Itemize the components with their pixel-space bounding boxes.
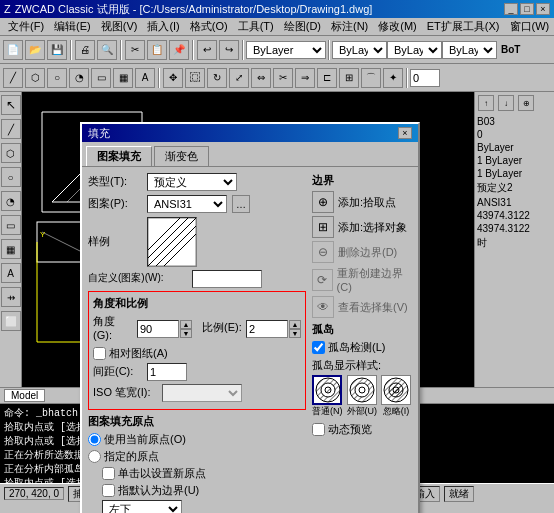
left-poly[interactable]: ⬡ (1, 143, 21, 163)
island-style-outer[interactable]: 外部(U) (347, 375, 378, 418)
use-current-radio[interactable] (88, 433, 101, 446)
island-style-ignore[interactable]: 忽略(I) (381, 375, 411, 418)
fillet-btn[interactable]: ⌒ (361, 68, 381, 88)
menu-et[interactable]: ET扩展工具(X) (423, 18, 504, 35)
menu-file[interactable]: 文件(F) (4, 18, 48, 35)
paste-btn[interactable]: 📌 (169, 40, 189, 60)
scale-input[interactable]: 2 (246, 320, 288, 338)
scale-btn[interactable]: ⤢ (229, 68, 249, 88)
app-title: ZWCAD Classic 试用版 - [C:/Users/Administra… (15, 2, 373, 17)
pattern-browse-btn[interactable]: … (232, 195, 250, 213)
specify-origin-radio[interactable] (88, 450, 101, 463)
left-arc[interactable]: ◔ (1, 191, 21, 211)
position-select[interactable]: 左下 (102, 500, 182, 513)
select-btn[interactable]: ↖ (1, 95, 21, 115)
copy-btn[interactable]: 📋 (147, 40, 167, 60)
recreate-btn-wrapper[interactable]: ⟳ 重新创建边界(C) (312, 266, 412, 293)
layer-combo[interactable]: ByLayer (246, 41, 326, 59)
iso-pen-select[interactable] (162, 384, 242, 402)
left-dim[interactable]: ⇸ (1, 287, 21, 307)
minimize-btn[interactable]: _ (504, 3, 518, 15)
left-rect[interactable]: ▭ (1, 215, 21, 235)
menu-edit[interactable]: 编辑(E) (50, 18, 95, 35)
type-select[interactable]: 预定义 (147, 173, 237, 191)
explode-btn[interactable]: ✦ (383, 68, 403, 88)
maximize-btn[interactable]: □ (520, 3, 534, 15)
left-text[interactable]: A (1, 263, 21, 283)
relative-paper-check[interactable] (93, 347, 106, 360)
open-btn[interactable]: 📂 (25, 40, 45, 60)
menu-insert[interactable]: 插入(I) (143, 18, 183, 35)
menu-window[interactable]: 窗口(W) (506, 18, 554, 35)
add-select-btn-wrapper[interactable]: ⊞ 添加:选择对象 (312, 216, 412, 238)
island-style-normal[interactable]: 普通(N) (312, 375, 343, 418)
preview-btn[interactable]: 🔍 (97, 40, 117, 60)
scale-up[interactable]: ▲ (289, 320, 301, 329)
app-icon: Z (4, 3, 11, 15)
save-btn[interactable]: 💾 (47, 40, 67, 60)
arc-btn[interactable]: ◔ (69, 68, 89, 88)
polyline-btn[interactable]: ⬡ (25, 68, 45, 88)
rp-btn3[interactable]: ⊕ (518, 95, 534, 111)
rect-btn[interactable]: ▭ (91, 68, 111, 88)
text-btn[interactable]: A (135, 68, 155, 88)
menu-modify[interactable]: 修改(M) (374, 18, 421, 35)
line-btn[interactable]: ╱ (3, 68, 23, 88)
tab-gradient[interactable]: 渐变色 (154, 146, 209, 166)
rp-row-bylayer3: 1 ByLayer (477, 168, 552, 179)
menu-format[interactable]: 格式(O) (186, 18, 232, 35)
add-pick-btn-wrapper[interactable]: ⊕ 添加:拾取点 (312, 191, 412, 213)
redo-btn[interactable]: ↪ (219, 40, 239, 60)
click-set-check[interactable] (102, 467, 115, 480)
cut-btn[interactable]: ✂ (125, 40, 145, 60)
island-detect-row: 孤岛检测(L) (312, 340, 412, 355)
left-line[interactable]: ╱ (1, 119, 21, 139)
array-btn[interactable]: ⊞ (339, 68, 359, 88)
spacing-input[interactable]: 1 (147, 363, 187, 381)
circle-btn[interactable]: ○ (47, 68, 67, 88)
animate-check[interactable] (312, 423, 325, 436)
move-btn[interactable]: ✥ (163, 68, 183, 88)
linetype-combo[interactable]: ByLayer (387, 41, 442, 59)
pattern-select[interactable]: ANSI31 (147, 195, 227, 213)
extend-btn[interactable]: ⇒ (295, 68, 315, 88)
model-tab[interactable]: Model (4, 389, 45, 402)
rotate-btn[interactable]: ↻ (207, 68, 227, 88)
island-display-label: 孤岛显示样式: (312, 358, 412, 373)
scale-down[interactable]: ▼ (289, 329, 301, 338)
menu-tools[interactable]: 工具(T) (234, 18, 278, 35)
mirror-btn[interactable]: ⇔ (251, 68, 271, 88)
view-sel-btn-wrapper[interactable]: 👁 查看选择集(V) (312, 296, 412, 318)
offset-btn[interactable]: ⊏ (317, 68, 337, 88)
rp-btn1[interactable]: ↑ (478, 95, 494, 111)
menu-view[interactable]: 视图(V) (97, 18, 142, 35)
undo-btn[interactable]: ↩ (197, 40, 217, 60)
angle-down[interactable]: ▼ (180, 329, 192, 338)
hatch-btn[interactable]: ▦ (113, 68, 133, 88)
close-btn[interactable]: × (536, 3, 550, 15)
iso-pen-label: ISO 笔宽(I): (93, 385, 158, 400)
left-circle[interactable]: ○ (1, 167, 21, 187)
color-combo[interactable]: ByLayer (332, 41, 387, 59)
hatch-preview (147, 217, 197, 267)
rp-row-predef: 预定义2 (477, 181, 552, 195)
tab-hatch[interactable]: 图案填充 (86, 146, 152, 166)
lineweight-combo[interactable]: ByLayer (442, 41, 497, 59)
custom-input[interactable] (192, 270, 262, 288)
dialog-close-btn[interactable]: × (398, 127, 412, 139)
menu-draw[interactable]: 绘图(D) (280, 18, 325, 35)
rp-btn2[interactable]: ↓ (498, 95, 514, 111)
zoom-input[interactable] (410, 69, 440, 87)
island-detect-check[interactable] (312, 341, 325, 354)
menu-dim[interactable]: 标注(N) (327, 18, 372, 35)
new-btn[interactable]: 📄 (3, 40, 23, 60)
trim-btn[interactable]: ✂ (273, 68, 293, 88)
print-btn[interactable]: 🖨 (75, 40, 95, 60)
default-boundary-check[interactable] (102, 484, 115, 497)
copy2-btn[interactable]: ⿴ (185, 68, 205, 88)
remove-boundary-btn-wrapper[interactable]: ⊖ 删除边界(D) (312, 241, 412, 263)
left-hatch[interactable]: ▦ (1, 239, 21, 259)
angle-up[interactable]: ▲ (180, 320, 192, 329)
angle-input[interactable]: 90 (137, 320, 179, 338)
left-block[interactable]: ⬜ (1, 311, 21, 331)
